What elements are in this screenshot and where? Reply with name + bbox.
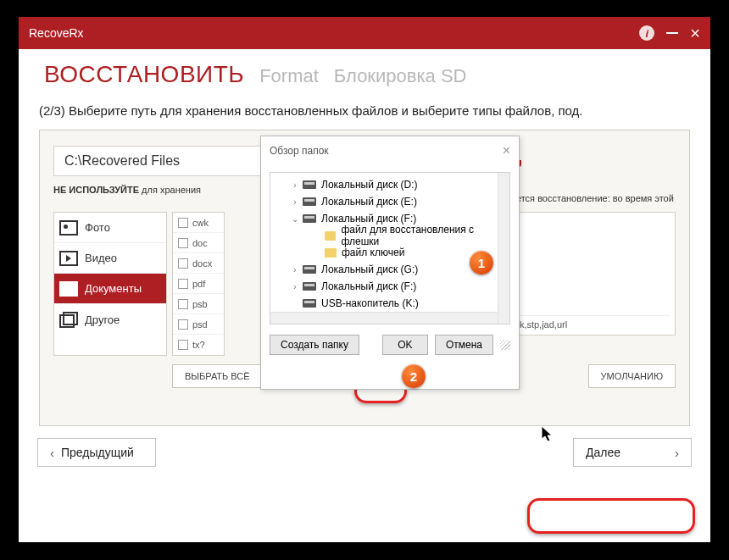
drive-icon xyxy=(303,299,316,308)
next-button[interactable]: Далее › xyxy=(573,438,692,467)
create-folder-button[interactable]: Создать папку xyxy=(270,335,359,355)
tree-folder-restore[interactable]: файл для восстановления с флешки xyxy=(272,227,508,244)
app-title: RecoveRx xyxy=(29,26,639,40)
category-photo-label: Фото xyxy=(85,221,110,234)
dialog-close-icon[interactable]: × xyxy=(503,143,510,158)
extension-summary-box: ilk,stp,jad,url xyxy=(509,212,676,335)
category-column: Фото Видео Документы Другое xyxy=(53,212,167,356)
checkbox-icon[interactable] xyxy=(178,299,188,309)
select-all-button[interactable]: ВЫБРАТЬ ВСЁ xyxy=(172,364,263,388)
expander-icon[interactable]: › xyxy=(291,197,299,207)
close-icon[interactable]: × xyxy=(690,25,700,42)
drive-icon xyxy=(303,282,316,291)
extension-summary-text: ilk,stp,jad,url xyxy=(515,315,670,330)
drive-icon xyxy=(303,214,316,223)
ext-docx[interactable]: docx xyxy=(173,253,224,274)
nav-row: ‹ Предыдущий Далее › xyxy=(19,426,710,479)
tree-drive-d[interactable]: ›Локальный диск (D:) xyxy=(272,176,508,193)
step-instruction: (2/3) Выберите путь для хранения восстан… xyxy=(39,103,690,118)
expander-icon[interactable]: › xyxy=(291,282,299,291)
category-other[interactable]: Другое xyxy=(54,304,166,335)
ext-psb[interactable]: psb xyxy=(173,294,224,314)
annotation-badge-1: 1 xyxy=(470,251,493,274)
vertical-scrollbar[interactable] xyxy=(498,173,509,324)
warning-prefix: НЕ ИСПОЛЬЗУЙТЕ xyxy=(53,185,139,195)
minimize-icon[interactable] xyxy=(666,32,678,34)
cancel-button[interactable]: Отмена xyxy=(435,335,493,355)
tabs: ВОССТАНОВИТЬ Format Блокировка SD xyxy=(19,49,710,97)
window-controls: i × xyxy=(639,25,700,42)
info-icon[interactable]: i xyxy=(639,25,654,41)
tab-lock[interactable]: Блокировка SD xyxy=(334,65,467,87)
tree-list: ›Локальный диск (D:) ›Локальный диск (E:… xyxy=(270,173,509,315)
main-area: (2/3) Выберите путь для хранения восстан… xyxy=(19,97,710,426)
tree-drive-e[interactable]: ›Локальный диск (E:) xyxy=(272,193,508,210)
extension-column: cwk doc docx pdf psb psd tx? xyxy=(172,212,225,356)
drive-icon xyxy=(303,180,316,189)
tree-drive-k[interactable]: USB-накопитель (K:) xyxy=(272,295,508,312)
next-label: Далее xyxy=(586,446,620,459)
other-icon xyxy=(59,312,78,327)
warning-tail: яется восстановление: во время этой xyxy=(511,193,674,203)
dialog-title: Обзор папок xyxy=(270,145,503,157)
photo-icon xyxy=(59,220,78,236)
default-button[interactable]: УМОЛЧАНИЮ xyxy=(588,364,676,388)
drive-icon xyxy=(303,265,316,274)
ext-doc[interactable]: doc xyxy=(173,233,224,253)
resize-grip-icon[interactable] xyxy=(500,340,510,350)
app-window: RecoveRx i × ВОССТАНОВИТЬ Format Блокиро… xyxy=(19,17,710,542)
expander-icon[interactable]: › xyxy=(291,180,299,190)
checkbox-icon[interactable] xyxy=(178,340,188,350)
checkbox-icon[interactable] xyxy=(178,258,188,269)
drive-icon xyxy=(303,197,316,206)
checkbox-icon[interactable] xyxy=(178,279,188,289)
chevron-right-icon: › xyxy=(675,446,679,460)
category-documents[interactable]: Документы xyxy=(54,274,166,304)
category-video-label: Видео xyxy=(85,252,117,264)
warning-rest: для хранения xyxy=(139,185,201,195)
dialog-buttons: Создать папку OK Отмена xyxy=(261,330,519,362)
ext-psd[interactable]: psd xyxy=(173,314,224,335)
horizontal-scrollbar[interactable] xyxy=(270,312,498,324)
ext-pdf[interactable]: pdf xyxy=(173,274,224,294)
category-documents-label: Документы xyxy=(85,282,142,295)
tab-format[interactable]: Format xyxy=(259,65,319,87)
ext-tx[interactable]: tx? xyxy=(173,335,224,355)
category-photo[interactable]: Фото xyxy=(54,213,166,243)
checkbox-icon[interactable] xyxy=(178,238,188,248)
ext-cwk[interactable]: cwk xyxy=(173,213,224,233)
tree-drive-f2[interactable]: ›Локальный диск (F:) xyxy=(272,278,508,295)
document-icon xyxy=(59,281,78,297)
expander-icon[interactable]: › xyxy=(291,265,299,274)
checkbox-icon[interactable] xyxy=(178,319,188,330)
video-icon xyxy=(59,251,78,266)
category-other-label: Другое xyxy=(85,313,120,326)
category-video[interactable]: Видео xyxy=(54,243,166,274)
annotation-badge-2: 2 xyxy=(402,364,426,388)
dialog-title-row: Обзор папок × xyxy=(261,136,519,165)
previous-button[interactable]: ‹ Предыдущий xyxy=(37,438,156,467)
tab-recover[interactable]: ВОССТАНОВИТЬ xyxy=(44,61,244,88)
expander-icon[interactable]: ⌄ xyxy=(291,214,299,224)
content-box: НЕ ИСПОЛЬЗУЙТЕ для хранения яется восста… xyxy=(39,130,690,426)
previous-label: Предыдущий xyxy=(61,446,134,459)
folder-tree: ›Локальный диск (D:) ›Локальный диск (E:… xyxy=(270,172,510,324)
folder-icon xyxy=(325,248,337,258)
title-bar: RecoveRx i × xyxy=(19,17,710,49)
folder-icon xyxy=(325,231,336,241)
ok-button[interactable]: OK xyxy=(382,335,428,355)
chevron-left-icon: ‹ xyxy=(50,446,54,460)
checkbox-icon[interactable] xyxy=(178,218,188,228)
